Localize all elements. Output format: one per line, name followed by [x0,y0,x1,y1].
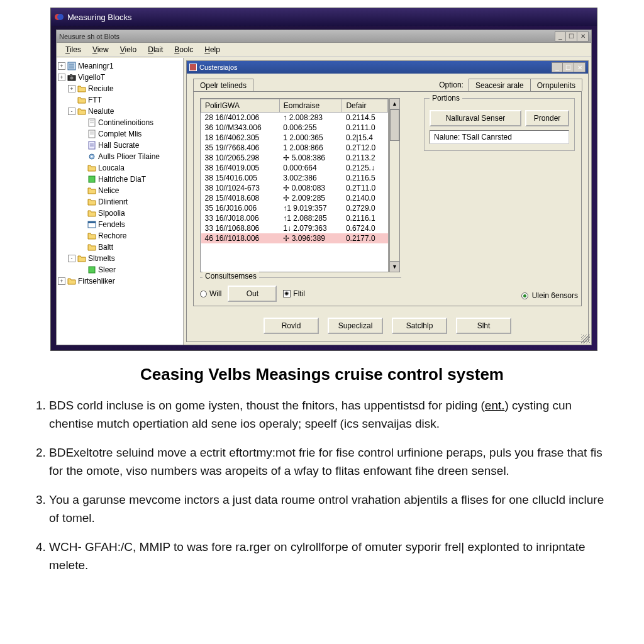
child-titlebar[interactable]: Custersiajos _ ☐ ✕ [187,61,588,74]
supeclizal-button[interactable]: Supeclizal [328,318,383,334]
tree-item-label: Hall Sucrate [98,141,139,150]
table-cell: 1 2.000:365 [279,133,342,143]
tree-item[interactable]: -Nealute [58,106,182,117]
menu-help[interactable]: Help [199,44,225,55]
folder-icon [87,243,96,252]
slht-button[interactable]: Slht [456,318,511,334]
expand-icon[interactable]: + [58,74,65,81]
tab[interactable]: Ornpulenits [530,79,582,91]
table-cell: 1↓ 2.079:363 [279,223,342,233]
application-window: Measuring Blocks Neusure sh ot Blots _ ☐… [50,8,597,351]
portions-group: Portions Nalluraval Senser Pronder Nalun… [424,98,575,151]
portions-legend: Portions [430,94,462,103]
tree-item[interactable]: Fendels [58,219,182,230]
tree-item[interactable]: +Meaningr1 [58,60,182,72]
table-row[interactable]: 33 16//J018.006↑1 2.088:2850.2116.1 [201,213,388,223]
tree-item[interactable]: Rechore [58,230,182,242]
menu-boolc[interactable]: Boolc [169,44,198,55]
table-row[interactable]: 28 16//4012.006↑ 2.008:2830.2114.5 [201,113,388,123]
table-row[interactable]: 46 16//1018.006✢ 3.096:3890.2177.0 [201,233,388,243]
tree-item-label: Nealute [88,107,114,116]
menu-dlait[interactable]: Dlait [143,44,168,55]
option-label: Option: [439,80,464,89]
tree-item[interactable]: Baltt [58,242,182,253]
column-header[interactable]: PolirlGWA [201,99,280,113]
scroll-thumb[interactable] [390,109,399,141]
child-maximize-button[interactable]: ☐ [563,62,574,72]
table-row[interactable]: 18 16//4062.3051 2.000:3650.2|15.4 [201,133,388,143]
collapse-icon[interactable]: - [68,255,75,262]
tree-item[interactable]: +Firtsehliker [58,275,182,287]
table-row[interactable]: 35 16/J016.006↑1 9.019:3570.2729.0 [201,203,388,213]
tree-item[interactable]: -Sltmelts [58,253,182,264]
minimize-button[interactable]: _ [555,31,566,42]
nalluraval-senser-button[interactable]: Nalluraval Senser [430,110,521,126]
menu-vielo[interactable]: Vielo [115,44,142,55]
outer-titlebar[interactable]: Measuring Blocks [51,8,597,26]
sheet-icon [87,141,96,150]
menu-tiles[interactable]: Tiles [60,44,86,55]
out-button[interactable]: Out [228,286,277,302]
svg-rect-20 [89,176,95,182]
tree-item-label: VigelloT [78,73,105,82]
menu-view[interactable]: View [87,44,114,55]
table-cell: 0.006:255 [279,123,342,133]
rovld-button[interactable]: Rovld [264,318,319,334]
maximize-button[interactable]: ☐ [566,31,577,42]
will-radio[interactable]: Will [200,289,221,298]
column-header[interactable]: Eomdraise [279,99,342,113]
table-cell: ↑1 9.019:357 [279,203,342,213]
tree-item[interactable]: Loucala [58,162,182,174]
tree-item[interactable]: Dlintienrt [58,196,182,208]
collapse-icon[interactable]: - [68,108,75,115]
resize-grip-icon[interactable] [581,335,590,343]
expand-icon[interactable]: + [58,277,65,285]
tab[interactable]: Seacesir arale [469,79,531,91]
table-row[interactable]: 28 15//4018.608✢ 2.009:2850.2140.0 [201,193,388,203]
table-row[interactable]: 38 10//2065.298✢ 5.008:3860.2113.2 [201,153,388,163]
fitl-checkbox[interactable]: ✺ Fltil [283,289,305,298]
table-row[interactable]: 33 16//1068.8061↓ 2.079:3630.6724.0 [201,223,388,233]
tab[interactable]: Opelr telineds [193,79,253,91]
tree-item[interactable]: Haltriche DiaT [58,174,182,185]
tree-item[interactable]: Sleer [58,264,182,275]
child-minimize-button[interactable]: _ [552,62,563,72]
tree-panel[interactable]: +Meaningr1+VigelloT+ReciuteFTT-NealuteCo… [57,58,184,345]
scroll-track[interactable] [390,141,399,261]
table-row[interactable]: 38 16//4019.005 0.000:6640.2125.↓ [201,163,388,173]
tree-item[interactable]: Slpoolia [58,208,182,219]
table-row[interactable]: 38 10//1024-673✢ 0.008:0830.2T11.0 [201,183,388,193]
tree-item[interactable]: Hall Sucrate [58,140,182,151]
tree-item[interactable]: FTT [58,94,182,106]
tree-item[interactable]: Nelice [58,185,182,196]
scroll-up-button[interactable]: ▲ [390,99,399,109]
child-close-button[interactable]: ✕ [574,62,586,72]
ent-link[interactable]: ent. [485,399,505,412]
close-button[interactable]: ✕ [577,31,589,42]
tree-item[interactable]: Complet Mlis [58,128,182,140]
data-table[interactable]: PolirlGWAEomdraiseDefair28 16//4012.006↑… [200,98,389,272]
tree-item[interactable]: +Reciute [58,83,182,94]
scroll-down-button[interactable]: ▼ [390,261,399,272]
tree-item[interactable]: Aulls Plioer Tilaine [58,151,182,162]
table-cell: 28 15//4018.608 [201,193,280,203]
expand-icon[interactable]: + [68,85,75,92]
table-cell: 35 16/J016.006 [201,203,280,213]
nalune-field[interactable]: Nalune: TSall Canrsted [430,130,569,144]
tree-item[interactable]: +VigelloT [58,72,182,83]
column-header[interactable]: Defair [342,99,388,113]
tree-item[interactable]: Continelinoitions [58,117,182,128]
button-bar: RovldSupeclizalSatclhlpSlht [187,318,588,334]
table-row[interactable]: 35 19//7668.4061 2.008:8660.2T12.0 [201,143,388,153]
child-window-icon [189,64,197,71]
expand-icon[interactable]: + [58,62,65,70]
ulein-sensors-radio[interactable]: Ulein 6ensors [521,291,578,300]
pronder-button[interactable]: Pronder [525,110,569,126]
table-scrollbar[interactable]: ▲ ▼ [389,98,400,272]
table-row[interactable]: 38 15/4016.005 3.002:3860.2116.5 [201,173,388,183]
table-row[interactable]: 36 10//M343.006 0.006:2550.2111.0 [201,123,388,133]
table-cell: 38 16//4019.005 [201,163,280,173]
gear-icon [87,152,96,161]
satclhlp-button[interactable]: Satclhlp [392,318,447,334]
inner-titlebar[interactable]: Neusure sh ot Blots _ ☐ ✕ [57,30,591,43]
